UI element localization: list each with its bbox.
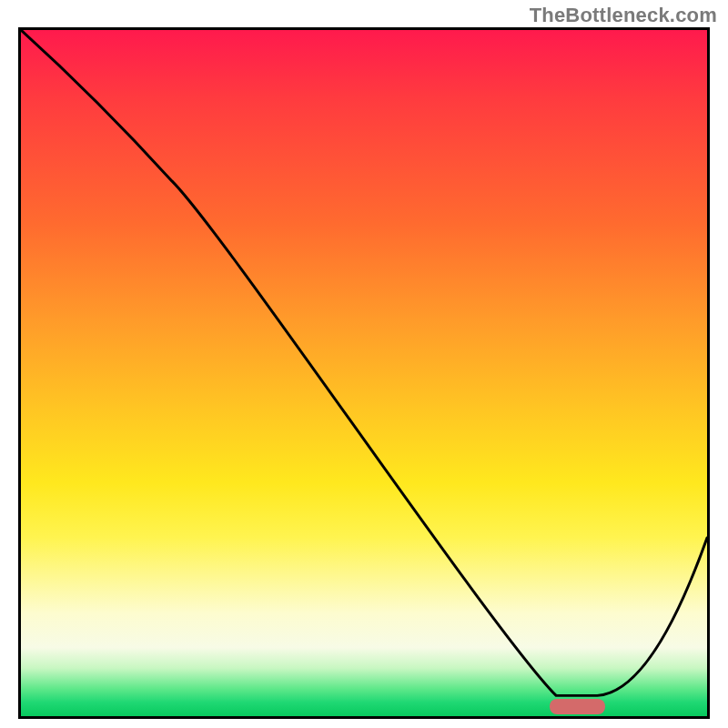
plot-area — [18, 27, 710, 719]
optimal-range-marker — [550, 699, 605, 714]
watermark-text: TheBottleneck.com — [530, 4, 717, 27]
chart-stage: TheBottleneck.com — [0, 0, 728, 728]
bottleneck-curve-path — [21, 30, 707, 695]
curve-layer — [21, 30, 707, 716]
